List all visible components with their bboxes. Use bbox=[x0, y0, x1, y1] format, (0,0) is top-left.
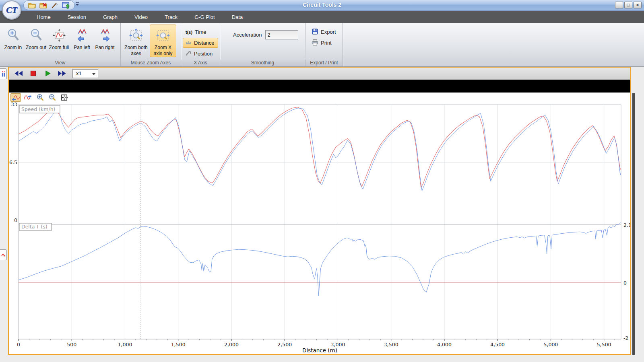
rewind-button[interactable] bbox=[12, 68, 25, 79]
zoom-in-icon bbox=[6, 27, 20, 43]
delta-tick-label: 0 bbox=[623, 280, 627, 286]
laps-panel-icon bbox=[1, 70, 6, 78]
charts-container: 05001,0001,5002,0002,5003,0003,5004,0004… bbox=[9, 93, 630, 354]
position-icon bbox=[186, 50, 192, 57]
stop-button[interactable] bbox=[27, 68, 39, 79]
tab-gg-plot[interactable]: G-G Plot bbox=[186, 12, 223, 23]
main-content: x1 05001,0001,5002,0002,5003,0003,5004,0… bbox=[8, 67, 631, 355]
speed-tick-label: 6.5 bbox=[9, 159, 17, 165]
ribbon-group-export-print: Export Print Export / Print bbox=[305, 23, 343, 66]
charts-svg[interactable]: 05001,0001,5002,0002,5003,0003,5004,0004… bbox=[9, 93, 630, 354]
x-tick-label: 5,500 bbox=[597, 341, 611, 348]
pan-right-icon bbox=[98, 27, 112, 43]
ribbon: Zoom in Zoom out Zoom full Pan left bbox=[0, 23, 644, 67]
restore-button[interactable]: □ bbox=[624, 2, 632, 8]
x-tick-label: 2,500 bbox=[277, 341, 292, 348]
group-title-mouse-zoom: Mouse Zoom Axes bbox=[121, 60, 181, 66]
x-axis-title: Distance (m) bbox=[302, 347, 337, 354]
time-icon: t(s) bbox=[186, 30, 192, 35]
x-tick-label: 4,500 bbox=[490, 341, 505, 348]
tab-graph[interactable]: Graph bbox=[95, 12, 126, 23]
group-title-export-print: Export / Print bbox=[305, 60, 343, 66]
playback-speed-select[interactable]: x1 bbox=[72, 69, 98, 78]
zoom-x-axis-only-button[interactable]: Zoom X axis only bbox=[150, 25, 176, 57]
x-axis-position-button[interactable]: Position bbox=[183, 49, 218, 59]
title-bar: Circuit Tools 2 _ □ × bbox=[0, 0, 644, 11]
close-button[interactable]: × bbox=[634, 2, 642, 8]
graph-zoom-out-button[interactable] bbox=[47, 93, 57, 102]
app-logo[interactable]: CT bbox=[2, 0, 21, 20]
tab-data[interactable]: Data bbox=[223, 12, 251, 23]
tab-video[interactable]: Video bbox=[126, 12, 156, 23]
x-tick-label: 0 bbox=[17, 341, 20, 348]
fast-forward-button[interactable] bbox=[56, 68, 68, 79]
x-tick-label: 500 bbox=[67, 341, 76, 348]
delta-tick-label: -2 bbox=[623, 335, 628, 341]
zoom-both-axes-button[interactable]: Zoom both axes bbox=[122, 25, 150, 57]
chevron-down-icon bbox=[92, 73, 95, 75]
zoom-full-button[interactable]: Zoom full bbox=[47, 25, 70, 51]
graph-toolbar bbox=[10, 93, 69, 102]
delta-tick-label: 2.1 bbox=[623, 222, 630, 228]
tab-track[interactable]: Track bbox=[156, 12, 186, 23]
x-tick-label: 1,000 bbox=[118, 341, 132, 348]
pan-trace-left-button[interactable] bbox=[10, 93, 21, 102]
ribbon-group-view: Zoom in Zoom out Zoom full Pan left bbox=[0, 23, 121, 66]
zoom-both-axes-icon bbox=[128, 27, 144, 43]
window-title: Circuit Tools 2 bbox=[0, 2, 644, 8]
panel-splitter[interactable] bbox=[632, 93, 635, 355]
playback-toolbar: x1 bbox=[9, 68, 630, 80]
video-strip bbox=[9, 80, 630, 93]
zoom-out-icon bbox=[29, 27, 43, 43]
acceleration-input[interactable] bbox=[265, 30, 298, 39]
minimize-button[interactable]: _ bbox=[615, 2, 623, 8]
laps-panel-tab[interactable] bbox=[0, 68, 7, 79]
zoom-out-button[interactable]: Zoom out bbox=[25, 25, 47, 51]
x-tick-label: 3,500 bbox=[384, 341, 398, 348]
group-title-smoothing: Smoothing bbox=[220, 60, 305, 66]
graph-panel-icon bbox=[1, 252, 6, 258]
chart-panel[interactable]: 05001,0001,5002,0002,5003,0003,5004,0004… bbox=[9, 93, 630, 354]
zoom-in-button[interactable]: Zoom in bbox=[2, 25, 25, 51]
x-axis-distance-button[interactable]: Distance bbox=[183, 38, 218, 48]
pan-trace-right-button[interactable] bbox=[23, 93, 33, 102]
ribbon-tabs: Home Session Graph Video Track G-G Plot … bbox=[0, 11, 644, 23]
tab-session[interactable]: Session bbox=[59, 12, 95, 23]
print-icon bbox=[312, 39, 318, 47]
graph-panel-tab[interactable] bbox=[0, 249, 7, 260]
speed-tick-label: 0 bbox=[14, 217, 17, 223]
print-button[interactable]: Print bbox=[309, 38, 341, 48]
acceleration-label: Acceleration bbox=[233, 32, 262, 38]
x-tick-label: 5,000 bbox=[544, 341, 558, 348]
export-icon bbox=[312, 28, 318, 36]
group-title-x-axis: X Axis bbox=[181, 60, 220, 66]
x-tick-label: 4,000 bbox=[437, 341, 452, 348]
x-tick-label: 2,000 bbox=[224, 341, 239, 348]
zoom-x-axis-only-icon bbox=[155, 27, 171, 43]
window-controls: _ □ × bbox=[615, 2, 642, 8]
distance-icon bbox=[186, 39, 192, 46]
speed-chart-label: Speed (km/h) bbox=[21, 106, 55, 112]
ribbon-group-x-axis: t(s) Time Distance Position X Axis bbox=[181, 23, 220, 66]
fit-view-button[interactable] bbox=[59, 93, 69, 102]
tab-home[interactable]: Home bbox=[28, 12, 59, 23]
speed-tick-label: 33 bbox=[11, 101, 17, 107]
play-button[interactable] bbox=[41, 68, 54, 79]
x-tick-label: 3,000 bbox=[331, 341, 345, 348]
ribbon-group-mouse-zoom: Zoom both axes Zoom X axis only Mouse Zo… bbox=[121, 23, 181, 66]
x-tick-label: 1,500 bbox=[171, 341, 186, 348]
export-button[interactable]: Export bbox=[309, 27, 341, 37]
pan-left-button[interactable]: Pan left bbox=[70, 25, 93, 51]
ribbon-group-smoothing: Acceleration Smoothing bbox=[220, 23, 305, 66]
delta-chart-label: Delta-T (s) bbox=[21, 224, 47, 230]
graph-zoom-in-button[interactable] bbox=[35, 93, 45, 102]
group-title-view: View bbox=[0, 60, 120, 66]
x-axis-time-button[interactable]: t(s) Time bbox=[183, 27, 218, 37]
pan-left-icon bbox=[75, 27, 89, 43]
zoom-full-icon bbox=[52, 27, 66, 43]
pan-right-button[interactable]: Pan right bbox=[93, 25, 116, 51]
